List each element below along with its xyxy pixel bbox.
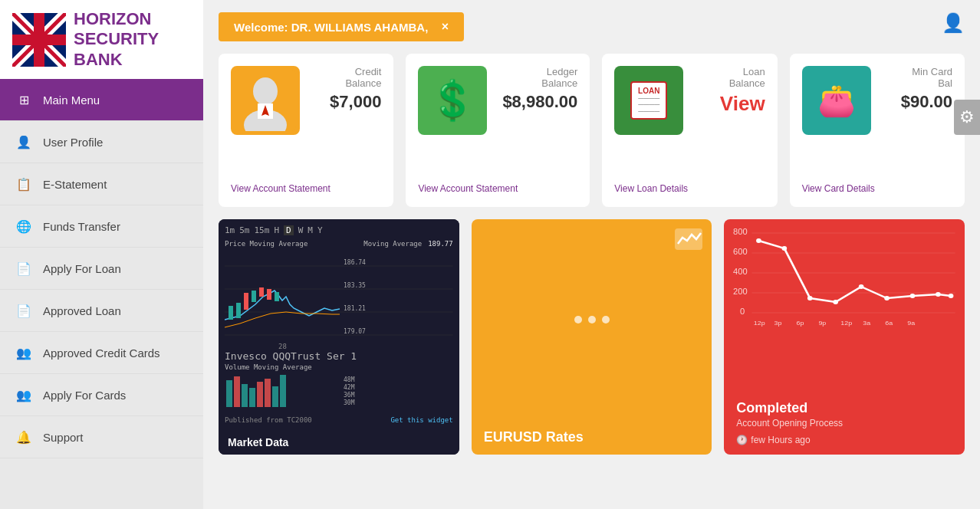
logo-text: HORIZON SECURITY BANK	[74, 9, 159, 70]
svg-text:400: 400	[733, 268, 748, 276]
time-ago: 🕐 few Hours ago	[736, 435, 952, 445]
ledger-icon-block: 💲	[418, 66, 487, 135]
logo-area: HORIZON SECURITY BANK	[0, 0, 203, 79]
ledger-balance-card: 💲 Ledger Balance $8,980.00 View Account …	[406, 54, 590, 207]
svg-text:183.35: 183.35	[344, 282, 366, 289]
svg-point-56	[834, 300, 839, 304]
sidebar-item-apply-for-cards[interactable]: 👥 Apply For Cards	[0, 374, 203, 416]
welcome-banner: Welcome: DR. WILLIAMS AHAMBA, ×	[219, 12, 464, 41]
svg-text:179.07: 179.07	[344, 328, 366, 335]
svg-text:181.21: 181.21	[344, 305, 366, 312]
sidebar-item-e-statement[interactable]: 📋 E-Statement	[0, 163, 203, 205]
svg-rect-30	[226, 380, 232, 407]
svg-rect-28	[275, 292, 279, 301]
ledger-balance-value: $8,980.00	[502, 92, 577, 112]
svg-point-61	[949, 294, 954, 298]
sidebar-item-label: Funds Transfer	[43, 220, 120, 233]
svg-rect-34	[257, 382, 263, 407]
profile-photo	[231, 66, 300, 135]
svg-text:9a: 9a	[908, 319, 916, 326]
support-icon: 🔔	[15, 429, 32, 445]
user-account-icon[interactable]: 👤	[942, 12, 965, 34]
main-menu-icon: ⊞	[15, 91, 32, 108]
svg-text:6a: 6a	[886, 319, 893, 326]
svg-rect-35	[265, 379, 271, 407]
sidebar-item-approved-loan[interactable]: 📄 Approved Loan	[0, 290, 203, 332]
sidebar-item-approved-credit-cards[interactable]: 👥 Approved Credit Cards	[0, 332, 203, 374]
loan-balance-label: Loan Balance	[729, 66, 765, 89]
apply-loan-icon: 📄	[15, 260, 32, 277]
svg-text:12p: 12p	[841, 319, 853, 326]
loading-dot-1	[574, 316, 582, 323]
svg-point-10	[253, 77, 278, 105]
sidebar-item-label: Approved Loan	[43, 304, 121, 317]
view-account-statement-link-2[interactable]: View Account Statement	[418, 183, 518, 194]
svg-rect-31	[234, 376, 240, 407]
svg-rect-26	[259, 287, 264, 297]
svg-rect-23	[236, 303, 241, 318]
min-card-balance-card: 👛 Min Card Bal $90.00 View Card Details	[790, 54, 965, 207]
svg-rect-36	[272, 386, 278, 407]
sidebar-item-funds-transfer[interactable]: 🌐 Funds Transfer	[0, 205, 203, 248]
market-data-widget: 1m5m15mH D WMY Price Moving AverageMovin…	[219, 219, 459, 455]
svg-point-54	[782, 246, 788, 251]
time-ago-text: few Hours ago	[751, 435, 810, 445]
svg-point-55	[807, 296, 813, 300]
sidebar-menu: ⊞ Main Menu 👤 User Profile 📋 E-Statement…	[0, 79, 203, 509]
svg-text:9p: 9p	[819, 319, 827, 326]
credit-balance-value: $7,000	[330, 92, 381, 112]
sidebar-item-apply-for-loan[interactable]: 📄 Apply For Loan	[0, 248, 203, 290]
sidebar-item-main-menu[interactable]: ⊞ Main Menu	[0, 79, 203, 121]
sidebar-item-label: Approved Credit Cards	[43, 346, 160, 360]
completed-section: Completed Account Opening Process 🕐 few …	[724, 391, 965, 455]
svg-rect-37	[280, 375, 286, 407]
svg-text:42M: 42M	[344, 384, 355, 391]
market-data-title: Market Data	[228, 436, 450, 448]
loading-dot-2	[588, 316, 596, 323]
svg-rect-32	[242, 384, 248, 407]
eurusd-title: EURUSD Rates	[472, 420, 712, 455]
loan-balance-card: LOAN ———————————— Loan Balance View View…	[602, 54, 777, 207]
main-content: 👤 Welcome: DR. WILLIAMS AHAMBA, × ⚙	[203, 0, 980, 509]
wallet-icon: 👛	[817, 83, 856, 119]
loan-balance-value: View	[720, 92, 765, 116]
user-profile-icon: 👤	[15, 133, 32, 150]
eurusd-widget: EURUSD Rates	[472, 219, 712, 455]
svg-text:30M: 30M	[344, 399, 355, 406]
welcome-close-button[interactable]: ×	[442, 20, 449, 34]
apply-cards-icon: 👥	[15, 386, 32, 403]
line-chart: 800 600 400 200 0	[724, 219, 965, 391]
svg-text:3a: 3a	[863, 319, 871, 326]
published-label: Published from TC2000	[225, 416, 312, 424]
svg-text:48M: 48M	[344, 376, 355, 383]
clock-icon: 🕐	[736, 435, 748, 445]
svg-text:600: 600	[733, 248, 748, 256]
svg-rect-22	[229, 306, 233, 320]
e-statement-icon: 📋	[15, 176, 32, 192]
view-loan-details-link[interactable]: View Loan Details	[614, 183, 688, 194]
svg-text:6p: 6p	[797, 319, 804, 326]
sidebar-item-user-profile[interactable]: 👤 User Profile	[0, 121, 203, 163]
svg-text:12p: 12p	[754, 319, 765, 326]
credit-balance-label: Credit Balance	[345, 66, 381, 89]
completed-subtitle: Account Opening Process	[736, 418, 952, 429]
settings-sidebar-button[interactable]: ⚙	[954, 100, 980, 135]
svg-point-60	[936, 292, 941, 297]
svg-text:0: 0	[740, 307, 745, 316]
svg-rect-33	[249, 388, 255, 407]
gear-icon: ⚙	[959, 107, 975, 126]
widgets-row: 1m5m15mH D WMY Price Moving AverageMovin…	[203, 219, 980, 470]
svg-point-58	[885, 296, 890, 300]
loan-icon-block: LOAN ————————————	[614, 66, 683, 135]
stats-cards-row: Credit Balance $7,000 View Account State…	[203, 41, 980, 219]
eurusd-chart-icon	[675, 228, 702, 253]
sidebar-item-support[interactable]: 🔔 Support	[0, 416, 203, 458]
credit-balance-card: Credit Balance $7,000 View Account State…	[219, 54, 393, 207]
get-widget-link[interactable]: Get this widget	[390, 416, 452, 424]
sidebar: HORIZON SECURITY BANK ⊞ Main Menu 👤 User…	[0, 0, 203, 509]
svg-rect-25	[252, 291, 256, 302]
stats-widget: 800 600 400 200 0	[724, 219, 965, 455]
svg-rect-27	[267, 289, 271, 300]
view-account-statement-link-1[interactable]: View Account Statement	[231, 183, 331, 194]
view-card-details-link[interactable]: View Card Details	[802, 183, 875, 194]
